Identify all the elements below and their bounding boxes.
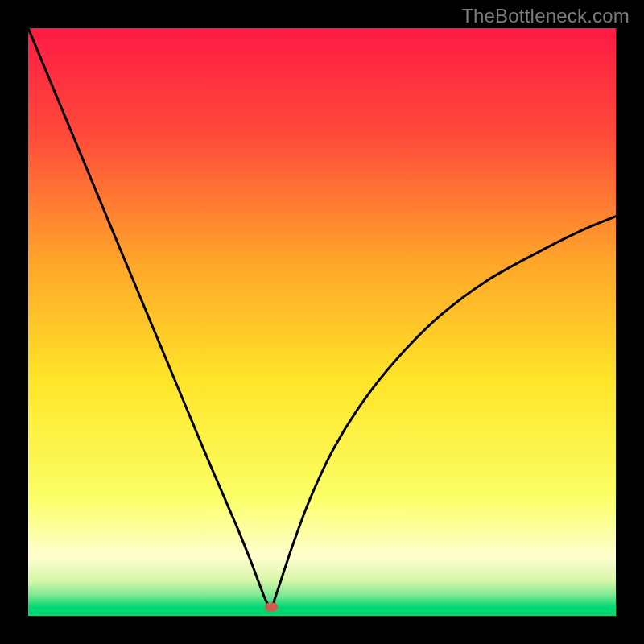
gradient-background: [28, 28, 616, 616]
chart-frame: TheBottleneck.com: [0, 0, 644, 644]
plot-area: [28, 28, 616, 616]
minimum-marker: [265, 603, 278, 612]
chart-svg: [28, 28, 616, 616]
watermark-label: TheBottleneck.com: [461, 5, 630, 27]
